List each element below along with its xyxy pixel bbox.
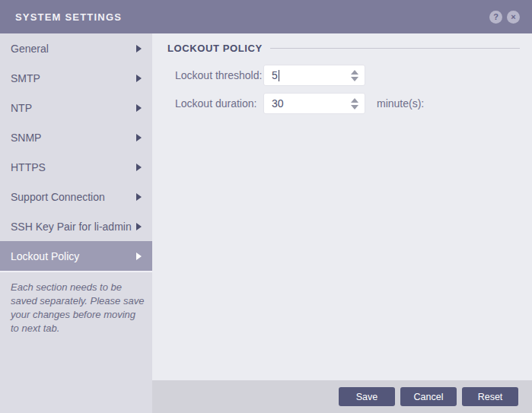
lockout-duration-row: Lockout duration: 30 minute(s): bbox=[175, 93, 520, 114]
lockout-duration-input[interactable]: 30 bbox=[263, 93, 365, 114]
chevron-right-icon bbox=[136, 75, 142, 82]
sidebar-note: Each section needs to be saved separatel… bbox=[11, 281, 145, 335]
sidebar: General SMTP NTP SNMP HTTPS Support Conn… bbox=[0, 33, 152, 413]
chevron-right-icon bbox=[136, 134, 142, 141]
section-title: LOCKOUT POLICY bbox=[167, 43, 263, 54]
lockout-duration-label: Lockout duration: bbox=[175, 97, 263, 110]
footer-bar: Save Cancel Reset bbox=[152, 380, 532, 413]
lockout-threshold-value: 5 bbox=[272, 69, 278, 81]
sidebar-item-ssh-key-pair[interactable]: SSH Key Pair for li-admin bbox=[0, 211, 152, 241]
chevron-right-icon bbox=[136, 253, 142, 260]
sidebar-item-label: SMTP bbox=[11, 72, 132, 84]
sidebar-divider bbox=[0, 271, 152, 272]
chevron-right-icon bbox=[136, 193, 142, 201]
section-rule bbox=[270, 48, 520, 49]
lockout-duration-stepper[interactable] bbox=[351, 94, 358, 113]
sidebar-item-ntp[interactable]: NTP bbox=[0, 93, 152, 122]
chevron-right-icon bbox=[136, 164, 142, 171]
main-panel: LOCKOUT POLICY Lockout threshold: 5 bbox=[152, 33, 532, 413]
spinner-up-icon[interactable] bbox=[351, 98, 358, 103]
lockout-threshold-row: Lockout threshold: 5 bbox=[175, 65, 520, 86]
lockout-threshold-label: Lockout threshold: bbox=[175, 69, 263, 81]
dialog-body: General SMTP NTP SNMP HTTPS Support Conn… bbox=[0, 33, 532, 413]
lockout-duration-suffix: minute(s): bbox=[377, 97, 424, 110]
sidebar-item-smtp[interactable]: SMTP bbox=[0, 63, 152, 93]
title-bar: SYSTEM SETTINGS ? × bbox=[0, 0, 532, 33]
dialog-title: SYSTEM SETTINGS bbox=[15, 11, 122, 23]
sidebar-item-support-connection[interactable]: Support Connection bbox=[0, 182, 152, 211]
titlebar-icons: ? × bbox=[489, 11, 520, 24]
sidebar-item-label: Lockout Policy bbox=[11, 250, 132, 262]
sidebar-item-label: SSH Key Pair for li-admin bbox=[11, 221, 132, 233]
sidebar-item-snmp[interactable]: SNMP bbox=[0, 122, 152, 152]
text-caret bbox=[279, 70, 279, 81]
sidebar-item-general[interactable]: General bbox=[0, 33, 152, 63]
save-button[interactable]: Save bbox=[339, 387, 395, 406]
lockout-threshold-input[interactable]: 5 bbox=[263, 65, 365, 86]
sidebar-item-lockout-policy[interactable]: Lockout Policy bbox=[0, 241, 152, 271]
lockout-duration-value: 30 bbox=[272, 97, 284, 110]
sidebar-item-label: HTTPS bbox=[11, 161, 132, 173]
section-header: LOCKOUT POLICY bbox=[167, 43, 520, 54]
help-icon[interactable]: ? bbox=[489, 11, 502, 24]
sidebar-item-label: Support Connection bbox=[11, 191, 132, 203]
sidebar-item-label: NTP bbox=[11, 102, 132, 114]
sidebar-item-label: SNMP bbox=[11, 132, 132, 144]
lockout-form: Lockout threshold: 5 Lockout duration: bbox=[167, 65, 520, 114]
cancel-button[interactable]: Cancel bbox=[400, 387, 457, 406]
content-area: LOCKOUT POLICY Lockout threshold: 5 bbox=[152, 33, 532, 380]
spinner-up-icon[interactable] bbox=[351, 70, 358, 75]
reset-button[interactable]: Reset bbox=[462, 387, 518, 406]
chevron-right-icon bbox=[136, 104, 142, 112]
system-settings-dialog: SYSTEM SETTINGS ? × General SMTP NTP SNM… bbox=[0, 0, 532, 413]
spinner-down-icon[interactable] bbox=[351, 77, 358, 81]
close-icon[interactable]: × bbox=[507, 11, 520, 24]
lockout-threshold-stepper[interactable] bbox=[351, 65, 358, 85]
chevron-right-icon bbox=[136, 45, 142, 52]
sidebar-item-label: General bbox=[11, 43, 132, 55]
spinner-down-icon[interactable] bbox=[351, 105, 358, 110]
chevron-right-icon bbox=[136, 223, 142, 230]
sidebar-item-https[interactable]: HTTPS bbox=[0, 152, 152, 182]
